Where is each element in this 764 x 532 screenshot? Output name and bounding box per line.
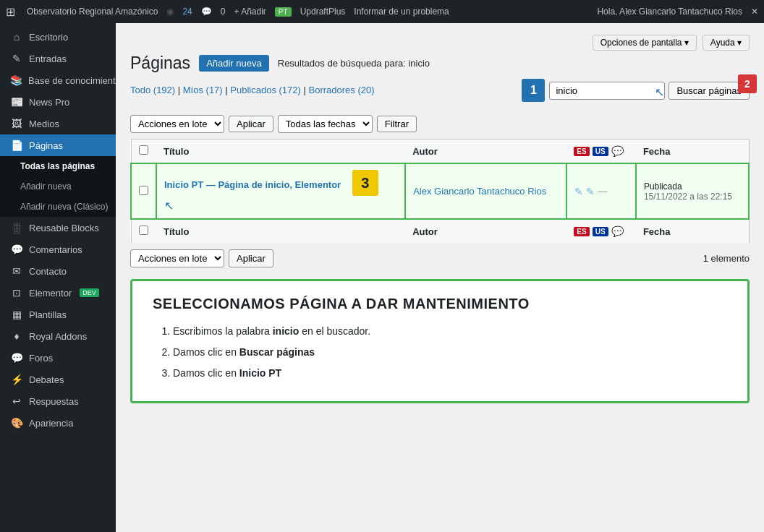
- sidebar-item-comentarios[interactable]: 💬 Comentarios: [0, 239, 116, 260]
- footer-title-col: Título: [156, 219, 405, 244]
- arrow-page-icon: ↖: [164, 200, 174, 212]
- row-author-cell: Alex Giancarlo Tantachuco Rios: [405, 163, 566, 219]
- sidebar-item-royal-addons[interactable]: ♦ Royal Addons: [0, 325, 116, 347]
- sidebar-label-comentarios: Comentarios: [29, 244, 82, 255]
- sidebar-item-plantillas[interactable]: ▦ Plantillas: [0, 304, 116, 325]
- sidebar-item-contacto[interactable]: ✉ Contacto: [0, 260, 116, 282]
- footer-author-col: Autor: [405, 219, 566, 244]
- sidebar-item-reusable[interactable]: ░ Reusable Blocks: [0, 217, 116, 239]
- sidebar-item-paginas[interactable]: 📄 Páginas: [0, 134, 116, 156]
- sidebar-label-entradas: Entradas: [29, 53, 67, 64]
- instruction-bold-1: inicio: [273, 325, 300, 337]
- instruction-title: SELECCIONAMOS PÁGINA A DAR MANTENIMIENTO: [153, 296, 727, 312]
- row-date-cell: Publicada 15/11/2022 a las 22:15: [636, 163, 749, 219]
- updraftplus-link[interactable]: UpdraftPlus: [300, 7, 346, 17]
- add-item[interactable]: + Añadir: [234, 7, 266, 17]
- sidebar-label-contacto: Contacto: [29, 266, 67, 277]
- elementor-icon: ⊡: [10, 287, 23, 299]
- filter-button[interactable]: Filtrar: [377, 116, 417, 132]
- add-new-page-button[interactable]: Añadir nueva: [199, 55, 269, 72]
- footer-flag-us: US: [593, 227, 608, 236]
- sidebar-subitem-add-new[interactable]: Añadir nueva: [0, 176, 116, 197]
- footer-flag-es: ES: [574, 227, 589, 236]
- updates-count[interactable]: 24: [182, 7, 192, 17]
- sidebar-item-elementor[interactable]: ⊡ Elementor DEV: [0, 282, 116, 304]
- arrow-icon: ↖: [655, 85, 664, 99]
- flag-es: ES: [574, 147, 589, 156]
- comments-count[interactable]: 0: [221, 7, 226, 17]
- sidebar-item-respuestas[interactable]: ↩ Respuestas: [0, 390, 116, 412]
- pages-table: Título Autor ES US 💬 Fecha: [130, 139, 750, 244]
- admin-bar: ⊞ Observatorio Regional Amazónico ◉ 24 💬…: [0, 0, 764, 23]
- main-layout: ⌂ Escritorio ✎ Entradas 📚 Base de conoci…: [0, 23, 764, 532]
- user-greeting: Hola, Alex Giancarlo Tantachuco Rios: [597, 7, 742, 17]
- sidebar-label-news: News Pro: [29, 97, 69, 108]
- apply-bulk-button[interactable]: Aplicar: [229, 116, 273, 132]
- sidebar-item-news-pro[interactable]: 📰 News Pro: [0, 91, 116, 113]
- mail-icon: ✉: [10, 265, 23, 277]
- header-checkbox-col: [131, 140, 156, 164]
- footer-select-all[interactable]: [139, 226, 148, 235]
- sidebar-item-debates[interactable]: ⚡ Debates: [0, 369, 116, 390]
- sidebar-sub-paginas: Todas las páginas Añadir nueva Añadir nu…: [0, 156, 116, 217]
- instruction-list: Escribimos la palabra inicio en el busca…: [153, 324, 727, 381]
- sidebar-sub-label-all: Todas las páginas: [20, 161, 95, 171]
- close-admin-icon[interactable]: ✕: [751, 7, 758, 17]
- header-date-col: Fecha: [636, 140, 749, 164]
- sidebar-subitem-add-classic[interactable]: Añadir nueva (Clásico): [0, 197, 116, 217]
- help-button[interactable]: Ayuda ▾: [703, 35, 750, 51]
- flag-us: US: [593, 147, 608, 156]
- sidebar-label-royal: Royal Addons: [29, 331, 87, 342]
- search-bar: 1 ↖ Buscar páginas 2: [522, 79, 750, 102]
- filter-borradores[interactable]: Borradores (20): [309, 85, 375, 95]
- edit-icon: ✎: [10, 53, 23, 64]
- screen-options-button[interactable]: Opciones de pantalla ▾: [593, 35, 697, 51]
- sidebar-item-base-conocimiento[interactable]: 📚 Base de conocimiento: [0, 69, 116, 91]
- language-flag[interactable]: PT: [275, 7, 292, 17]
- badge-3: 3: [352, 170, 378, 196]
- filter-links: Todo (192) | Míos (17) | Publicados (172…: [130, 85, 375, 95]
- bottom-apply-button[interactable]: Aplicar: [229, 249, 273, 267]
- row-checkbox[interactable]: [139, 186, 148, 195]
- admin-bar-right: Hola, Alex Giancarlo Tantachuco Rios ✕: [597, 7, 758, 17]
- sidebar-item-apariencia[interactable]: 🎨 Apariencia: [0, 412, 116, 434]
- header-title-col: Título: [156, 140, 405, 164]
- filter-all[interactable]: Todo (192): [130, 85, 175, 95]
- sidebar-item-escritorio[interactable]: ⌂ Escritorio: [0, 26, 116, 48]
- edit-en-icon[interactable]: ✎: [586, 186, 595, 197]
- table-header-row: Título Autor ES US 💬 Fecha: [131, 140, 749, 164]
- sidebar-item-medios[interactable]: 🖼 Medios: [0, 113, 116, 134]
- sidebar-subitem-all-pages[interactable]: Todas las páginas: [0, 156, 116, 176]
- page-date: 15/11/2022 a las 22:15: [644, 192, 741, 202]
- media-icon: 🖼: [10, 118, 23, 129]
- filter-mios[interactable]: Míos (17): [183, 85, 223, 95]
- sidebar-label-respuestas: Respuestas: [29, 396, 79, 407]
- row-title-cell: Inicio PT — Página de inicio, Elementor …: [156, 163, 405, 219]
- edit-es-icon[interactable]: ✎: [574, 186, 583, 197]
- page-title-link[interactable]: Inicio PT — Página de inicio, Elementor: [164, 179, 341, 190]
- sidebar-label-base: Base de conocimiento: [28, 75, 116, 86]
- select-all-checkbox[interactable]: [139, 145, 148, 155]
- search-input[interactable]: [549, 82, 665, 100]
- bottom-bulk-select[interactable]: Acciones en lote: [130, 249, 224, 267]
- sidebar-sub-label-classic: Añadir nueva (Clásico): [20, 202, 108, 212]
- sidebar-label-paginas: Páginas: [29, 140, 63, 151]
- sidebar-item-entradas[interactable]: ✎ Entradas: [0, 48, 116, 69]
- sidebar-item-foros[interactable]: 💬 Foros: [0, 347, 116, 369]
- sidebar-sub-label-add: Añadir nueva: [20, 181, 72, 192]
- table-row: Inicio PT — Página de inicio, Elementor …: [131, 163, 749, 219]
- footer-flags-col: ES US 💬: [566, 219, 636, 244]
- filter-publicados[interactable]: Publicados (172): [230, 85, 301, 95]
- templates-icon: ▦: [10, 309, 23, 320]
- author-link[interactable]: Alex Giancarlo Tantachuco Rios: [413, 186, 546, 197]
- site-name[interactable]: Observatorio Regional Amazónico: [27, 7, 158, 17]
- report-problem-link[interactable]: Informar de un problema: [354, 7, 449, 17]
- sidebar-label-foros: Foros: [29, 353, 53, 364]
- badge-2: 2: [738, 74, 757, 93]
- page-title: Páginas: [130, 53, 190, 73]
- sidebar: ⌂ Escritorio ✎ Entradas 📚 Base de conoci…: [0, 23, 116, 532]
- bulk-actions-select[interactable]: Acciones en lote: [130, 115, 224, 133]
- row-flags-cell: ✎ ✎ —: [566, 163, 636, 219]
- date-filter-select[interactable]: Todas las fechas: [278, 115, 373, 133]
- badge-1: 1: [522, 79, 545, 102]
